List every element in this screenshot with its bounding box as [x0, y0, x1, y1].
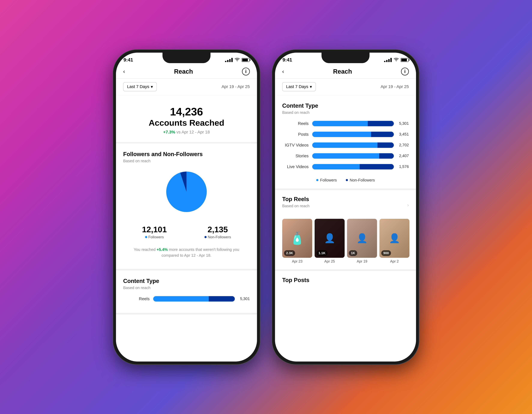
bar-track-reels-1 — [153, 296, 235, 302]
phone-2: 9:41 ‹ — [272, 50, 419, 365]
reel-thumbnail-1: 🧴 2.3K — [282, 219, 312, 258]
date-range-2: Apr 19 - Apr 25 — [381, 84, 409, 89]
top-reels-header: Top Reels Based on reach › — [275, 190, 416, 216]
reels-scroll: 🧴 2.3K Apr 23 👤 1.1K Apr 25 — [275, 216, 416, 265]
status-icons-2 — [384, 57, 408, 63]
reel-badge-3: 1K — [349, 250, 357, 256]
bar-value-posts: 3,451 — [394, 132, 409, 137]
notch-2 — [322, 53, 370, 63]
change-value: +7.3% — [163, 130, 175, 134]
battery-icon-1 — [242, 58, 249, 62]
bar-fill-f-reels — [312, 121, 368, 126]
bar-value-reels-2: 5,301 — [394, 121, 409, 126]
filter-bar-2: Last 7 Days ▾ Apr 19 - Apr 25 — [275, 79, 416, 95]
reel-item-3[interactable]: 👤 1K Apr 19 — [347, 219, 377, 263]
bar-value-stories: 2,407 — [394, 154, 409, 158]
reel-badge-2: 1.1K — [316, 250, 328, 256]
date-range-1: Apr 19 - Apr 25 — [222, 84, 250, 89]
reels-chevron-icon[interactable]: › — [407, 202, 409, 208]
followers-label: Followers — [142, 235, 167, 239]
accounts-reached-label: Accounts Reached — [122, 118, 251, 128]
bar-label-igtv: IGTV Videos — [282, 143, 312, 147]
period-dropdown-1[interactable]: Last 7 Days ▾ — [123, 82, 157, 91]
followers-stats: 12,101 Followers 2,135 Non-Followers — [123, 222, 250, 242]
phone1-content: 14,236 Accounts Reached +7.3% vs Apr 12 … — [116, 95, 257, 361]
bar-label-posts: Posts — [282, 132, 312, 137]
nonfollowers-stat: 2,135 Non-Followers — [204, 225, 231, 239]
reel-date-4: Apr 2 — [380, 259, 409, 263]
bar-track-posts — [312, 132, 394, 137]
top-reels-section: Top Reels Based on reach › 🧴 2.3K Apr 23 — [275, 190, 416, 271]
reel-date-1: Apr 23 — [282, 259, 312, 263]
reel-thumbnail-3: 👤 1K — [347, 219, 377, 258]
bar-label-live: Live Videos — [282, 164, 312, 169]
bar-row-stories: Stories 2,407 — [282, 153, 409, 159]
status-icons-1 — [225, 57, 249, 63]
reel-badge-4: 900 — [381, 250, 391, 256]
pie-chart-container — [123, 169, 250, 214]
info-button-1[interactable]: i — [242, 68, 250, 75]
svg-point-2 — [396, 61, 397, 61]
nonfollowers-label: Non-Followers — [204, 235, 231, 239]
content-type-title-1: Content Type — [123, 278, 250, 284]
page-title-1: Reach — [174, 68, 193, 75]
wifi-icon-2 — [394, 57, 399, 63]
bar-fill-followers-reels-1 — [153, 296, 209, 302]
status-time-2: 9:41 — [283, 57, 292, 63]
insight-positive: +5.4% — [157, 247, 168, 252]
info-button-2[interactable]: i — [401, 68, 409, 75]
chart-legend: Followers Non-Followers — [282, 175, 409, 183]
phone-1: 9:41 ‹ — [113, 50, 260, 365]
signal-icon-2 — [384, 58, 392, 62]
reel-thumbnail-2: 👤 1.1K — [315, 219, 345, 258]
bar-value-live: 1,576 — [394, 164, 409, 169]
wifi-icon-1 — [235, 57, 240, 63]
bar-value-reels-1: 5,301 — [235, 296, 250, 301]
pie-chart — [164, 169, 209, 214]
period-dropdown-2[interactable]: Last 7 Days ▾ — [282, 82, 316, 91]
nonfollowers-count: 2,135 — [204, 225, 231, 234]
legend-nonfollowers: Non-Followers — [346, 178, 375, 183]
top-reels-header-text: Top Reels Based on reach — [282, 196, 310, 214]
reel-date-2: Apr 25 — [315, 259, 345, 263]
filter-bar-1: Last 7 Days ▾ Apr 19 - Apr 25 — [116, 79, 257, 95]
bar-row-reels-2: Reels 5,301 — [282, 121, 409, 126]
bar-value-igtv: 2,702 — [394, 143, 409, 147]
bar-fill-f-posts — [312, 132, 371, 137]
reel-item-1[interactable]: 🧴 2.3K Apr 23 — [282, 219, 312, 263]
bar-fill-f-igtv — [312, 142, 378, 148]
content-type-title-2: Content Type — [282, 102, 409, 109]
reel-thumbnail-4: 👤 900 — [380, 219, 409, 258]
top-reels-subtitle: Based on reach — [282, 204, 310, 208]
insight-text: You reached +5.4% more accounts that wer… — [123, 242, 250, 263]
nav-bar-2: ‹ Reach i — [275, 65, 416, 79]
bar-fill-f-live — [312, 164, 360, 169]
bar-fill-nonfollowers-reels-1 — [209, 296, 235, 302]
reel-badge-1: 2.3K — [284, 250, 295, 256]
phone2-content: Content Type Based on reach Reels 5,301 … — [275, 95, 416, 361]
followers-section-title: Followers and Non-Followers — [123, 151, 250, 157]
bar-label-stories: Stories — [282, 154, 312, 158]
content-type-section-2: Content Type Based on reach Reels 5,301 … — [275, 95, 416, 190]
followers-count: 12,101 — [142, 225, 167, 234]
bar-track-live — [312, 164, 394, 169]
bar-fill-nf-reels — [368, 121, 394, 126]
bar-fill-nf-igtv — [378, 142, 394, 148]
change-text: vs Apr 12 - Apr 18 — [176, 130, 210, 134]
top-posts-section: Top Posts — [275, 271, 416, 288]
reel-item-2[interactable]: 👤 1.1K Apr 25 — [315, 219, 345, 263]
followers-stat: 12,101 Followers — [142, 225, 167, 239]
back-button-2[interactable]: ‹ — [282, 68, 284, 75]
back-button-1[interactable]: ‹ — [123, 68, 125, 75]
page-title-2: Reach — [333, 68, 352, 75]
content-type-subtitle-1: Based on reach — [123, 285, 250, 290]
followers-dot — [145, 236, 147, 238]
nav-bar-1: ‹ Reach i — [116, 65, 257, 79]
followers-section: Followers and Non-Followers Based on rea… — [116, 144, 257, 270]
reel-item-4[interactable]: 👤 900 Apr 2 — [380, 219, 409, 263]
bar-row-live: Live Videos 1,576 — [282, 164, 409, 169]
phones-container: 9:41 ‹ — [113, 50, 419, 365]
legend-followers-dot — [316, 179, 318, 181]
legend-followers: Followers — [316, 178, 337, 183]
svg-point-0 — [237, 61, 238, 61]
